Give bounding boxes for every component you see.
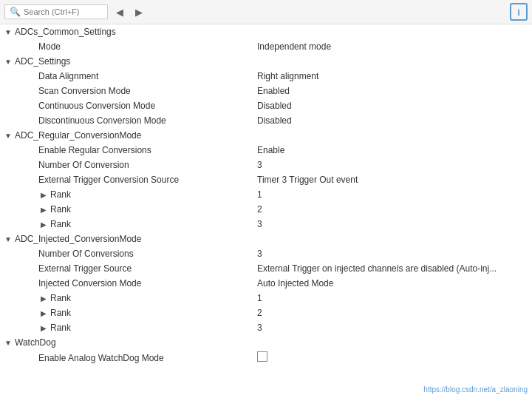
chevron-placeholder [27,160,37,170]
chevron-right-icon[interactable]: ▶ [38,293,49,303]
tree-row: Discontinuous Conversion ModeDisabled [0,113,532,128]
row-value: 3 [251,323,532,333]
row-label: Enable Analog WatchDog Mode [38,353,164,363]
row-label: Rank [50,293,71,303]
chevron-right-icon[interactable]: ▶ [38,323,49,333]
tree-container: ▼ADCs_Common_SettingsModeIndependent mod… [0,24,532,391]
chevron-down-icon[interactable]: ▼ [3,234,13,244]
chevron-right-icon[interactable]: ▶ [38,308,49,318]
chevron-down-icon[interactable]: ▼ [3,56,13,67]
nav-back-icon[interactable]: ◀ [112,4,127,19]
tree-row[interactable]: ▼ADC_Regular_ConversionMode [0,128,532,143]
tree-row[interactable]: ▶Rank3 [0,217,532,232]
row-value: 1 [251,189,532,200]
tree-row[interactable]: ▼WatchDog [0,335,532,350]
row-label: Rank [50,323,71,333]
row-value: 3 [251,219,532,229]
chevron-down-icon[interactable]: ▼ [3,337,13,348]
row-label: ADCs_Common_Settings [15,27,116,37]
row-value: 2 [251,308,532,318]
checkbox-display[interactable] [257,351,267,362]
row-label: Continuous Conversion Mode [38,101,155,111]
chevron-right-icon[interactable]: ▶ [38,219,49,229]
tree-row: ModeIndependent mode [0,39,532,54]
tree-row: Data AlignmentRight alignment [0,69,532,84]
chevron-right-icon[interactable]: ▶ [38,204,49,215]
row-value: Right alignment [251,71,532,81]
row-value: 3 [251,249,532,259]
tree-row[interactable]: ▶Rank2 [0,202,532,217]
chevron-placeholder [27,145,37,155]
row-label: Number Of Conversions [38,249,134,259]
info-button[interactable]: i [510,3,528,21]
row-label: WatchDog [15,337,56,348]
tree-row[interactable]: ▶Rank3 [0,320,532,335]
row-label: Data Alignment [38,71,98,81]
row-label: External Trigger Source [38,263,132,274]
tree-row: Number Of Conversions3 [0,246,532,261]
row-value: Disabled [251,115,532,126]
search-box: 🔍 [4,4,108,19]
row-value: External Trigger on injected channels ar… [251,263,532,274]
chevron-down-icon[interactable]: ▼ [3,130,13,141]
tree-row: Number Of Conversion3 [0,158,532,172]
chevron-placeholder [27,249,37,259]
tree-row[interactable]: ▼ADCs_Common_Settings [0,24,532,39]
row-value: 1 [251,293,532,303]
row-label: Rank [50,189,71,200]
top-bar: 🔍 ◀ ▶ i [0,0,532,24]
tree-row: External Trigger Conversion SourceTimer … [0,172,532,187]
tree-row: Continuous Conversion ModeDisabled [0,98,532,113]
row-value: Disabled [251,101,532,111]
row-label: ADC_Injected_ConversionMode [15,234,141,244]
row-label: Number Of Conversion [38,160,129,170]
chevron-right-icon[interactable]: ▶ [38,189,49,200]
row-value: Enable [251,145,532,155]
row-label: External Trigger Conversion Source [38,175,179,185]
row-label: Rank [50,219,71,229]
row-value: 2 [251,204,532,215]
tree-row: External Trigger SourceExternal Trigger … [0,261,532,276]
chevron-placeholder [27,278,37,289]
chevron-placeholder [27,115,37,126]
tree-row: Scan Conversion ModeEnabled [0,84,532,98]
row-value: Auto Injected Mode [251,278,532,289]
tree-row: Enable Regular ConversionsEnable [0,143,532,158]
chevron-placeholder [27,175,37,185]
chevron-placeholder [27,86,37,96]
chevron-placeholder [27,41,37,52]
tree-row[interactable]: ▶Rank2 [0,306,532,320]
nav-forward-icon[interactable]: ▶ [132,4,146,19]
row-label: Enable Regular Conversions [38,145,151,155]
row-label: Rank [50,308,71,318]
row-label: Mode [38,41,61,52]
row-label: Scan Conversion Mode [38,86,131,96]
tree-row: Enable Analog WatchDog Mode [0,350,532,365]
chevron-placeholder [27,353,37,363]
tree-row[interactable]: ▼ADC_Settings [0,54,532,69]
chevron-placeholder [27,71,37,81]
row-label: ADC_Settings [15,56,70,67]
search-icon: 🔍 [10,7,21,17]
row-label: ADC_Regular_ConversionMode [15,130,141,141]
row-value: Independent mode [251,41,532,52]
tree-row[interactable]: ▶Rank1 [0,187,532,202]
chevron-placeholder [27,101,37,111]
search-input[interactable] [24,7,103,16]
tree-row[interactable]: ▼ADC_Injected_ConversionMode [0,232,532,246]
chevron-down-icon[interactable]: ▼ [3,27,13,37]
chevron-placeholder [27,263,37,274]
row-value: 3 [251,160,532,170]
row-label: Rank [50,204,71,215]
tree-row: Injected Conversion ModeAuto Injected Mo… [0,276,532,291]
row-value: Timer 3 Trigger Out event [251,175,532,185]
row-value: Enabled [251,86,532,96]
tree-row[interactable]: ▶Rank1 [0,291,532,306]
row-label: Injected Conversion Mode [38,278,141,289]
row-label: Discontinuous Conversion Mode [38,115,166,126]
